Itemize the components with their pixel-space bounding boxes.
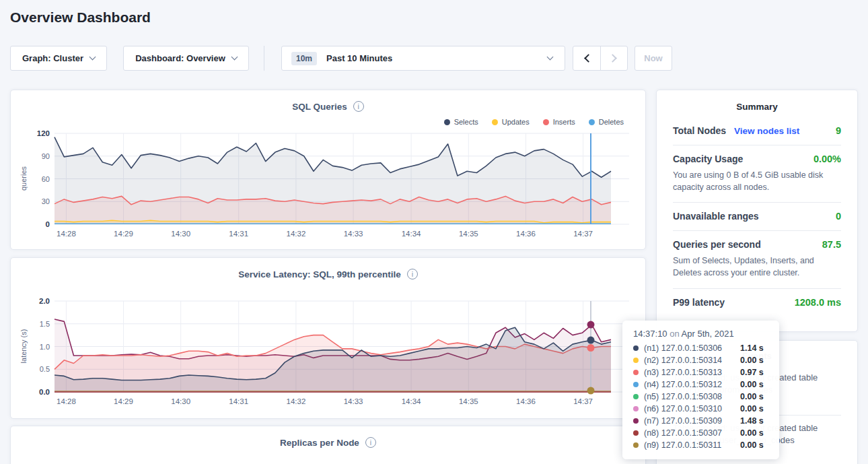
unavailable-ranges-section: Unavailable ranges 0	[673, 202, 841, 230]
replicas-per-node-title: Replicas per Node	[280, 438, 359, 448]
tooltip-timestamp: 14:37:10 on Apr 5th, 2021	[633, 329, 770, 339]
n3-series-dot-icon	[633, 370, 639, 375]
svg-text:60: 60	[42, 175, 50, 183]
tooltip-row-n2: (n2) 127.0.0.1:50314 0.00 s	[633, 354, 770, 366]
chevron-right-icon	[608, 54, 617, 63]
tooltip-node-value: 0.00 s	[740, 404, 770, 413]
legend-label: Inserts	[553, 118, 575, 126]
svg-text:14:28: 14:28	[57, 397, 76, 405]
tooltip-node-value: 1.14 s	[740, 343, 770, 353]
svg-text:14:36: 14:36	[516, 230, 536, 238]
tooltip-row-n7: (n7) 127.0.0.1:50309 1.48 s	[633, 415, 770, 427]
time-prev-button[interactable]	[573, 46, 600, 70]
service-latency-chart[interactable]: 0.00.51.01.52.014:2814:2914:3014:3114:32…	[24, 297, 633, 411]
queries-per-second-description: Sum of Selects, Updates, Inserts, and De…	[673, 255, 841, 279]
unavailable-ranges-value: 0	[836, 211, 841, 222]
tooltip-row-n4: (n4) 127.0.0.1:50312 0.00 s	[633, 378, 770, 391]
charts-column: SQL Queries i Selects Updates Inserts	[10, 90, 646, 464]
time-range-badge: 10m	[291, 52, 317, 65]
svg-text:14:31: 14:31	[229, 397, 248, 405]
svg-text:1.0: 1.0	[40, 343, 50, 351]
svg-text:14:32: 14:32	[287, 397, 306, 405]
n1-series-dot-icon	[633, 345, 639, 351]
svg-text:14:34: 14:34	[402, 230, 421, 238]
tooltip-node-value: 0.00 s	[740, 392, 770, 401]
sql-queries-legend: Selects Updates Inserts Deletes	[24, 114, 632, 129]
svg-text:14:29: 14:29	[114, 397, 133, 405]
n2-series-dot-icon	[633, 358, 639, 363]
capacity-usage-value: 0.00%	[813, 154, 841, 164]
tooltip-row-n3: (n3) 127.0.0.1:50313 0.97 s	[633, 366, 770, 378]
tooltip-row-n1: (n1) 127.0.0.1:50306 1.14 s	[633, 342, 770, 354]
legend-item-deletes: Deletes	[589, 118, 624, 126]
time-range-dropdown[interactable]: 10m Past 10 Minutes	[281, 46, 565, 71]
now-button-disabled[interactable]: Now	[635, 46, 672, 71]
time-range-label: Past 10 Minutes	[326, 53, 392, 63]
updates-dot-icon	[492, 119, 498, 125]
tooltip-row-n8: (n8) 127.0.0.1:50307 0.00 s	[633, 427, 770, 439]
chart-hover-tooltip: 14:37:10 on Apr 5th, 2021 (n1) 127.0.0.1…	[622, 321, 779, 459]
replicas-per-node-header: Replicas per Node i	[24, 434, 632, 451]
total-nodes-value: 9	[836, 125, 841, 136]
queries-per-second-label: Queries per second	[673, 239, 761, 250]
svg-text:14:30: 14:30	[171, 230, 190, 238]
tooltip-node-label: (n4) 127.0.0.1:50312	[644, 380, 722, 389]
sql-queries-chart[interactable]: 030609012014:2814:2914:3014:3114:3214:33…	[24, 129, 633, 244]
svg-text:14:35: 14:35	[459, 397, 478, 405]
svg-text:14:34: 14:34	[402, 397, 421, 405]
summary-title: Summary	[673, 90, 841, 117]
sql-queries-header: SQL Queries i	[24, 98, 632, 114]
svg-text:30: 30	[42, 197, 50, 205]
tooltip-node-label: (n1) 127.0.0.1:50306	[644, 343, 722, 353]
tooltip-node-label: (n5) 127.0.0.1:50308	[644, 392, 722, 401]
unavailable-ranges-label: Unavailable ranges	[673, 211, 759, 222]
dashboard-select-dropdown[interactable]: Dashboard: Overview	[123, 46, 249, 71]
selects-dot-icon	[444, 119, 450, 125]
time-next-button-disabled[interactable]	[600, 46, 627, 70]
svg-text:14:36: 14:36	[516, 397, 536, 405]
now-button-label: Now	[644, 53, 662, 63]
chevron-down-icon	[231, 54, 238, 61]
chevron-down-icon	[89, 54, 96, 61]
info-icon[interactable]: i	[353, 101, 364, 112]
svg-text:2.0: 2.0	[39, 297, 50, 305]
tooltip-node-value: 0.00 s	[740, 440, 770, 450]
tooltip-node-label: (n9) 127.0.0.1:50311	[644, 440, 721, 450]
graph-scope-label: Graph: Cluster	[22, 53, 83, 63]
n5-series-dot-icon	[633, 394, 639, 399]
p99-latency-section: P99 latency 1208.0 ms	[673, 288, 841, 317]
tooltip-node-value: 0.00 s	[740, 356, 770, 365]
capacity-usage-section: Capacity Usage 0.00% You are using 0 B o…	[673, 145, 841, 202]
service-latency-title: Service Latency: SQL, 99th percentile	[238, 269, 401, 279]
total-nodes-section: Total Nodes View nodes list 9	[673, 117, 841, 145]
svg-text:14:37: 14:37	[573, 230, 593, 238]
legend-item-updates: Updates	[492, 118, 530, 126]
legend-label: Updates	[502, 118, 530, 126]
tooltip-node-label: (n6) 127.0.0.1:50310	[644, 404, 722, 413]
n6-series-dot-icon	[633, 406, 639, 411]
tooltip-date: Apr 5th, 2021	[682, 329, 734, 339]
tooltip-node-value: 1.48 s	[740, 416, 770, 426]
tooltip-node-value: 0.00 s	[740, 428, 770, 438]
n4-series-dot-icon	[633, 382, 639, 387]
queries-per-second-value: 87.5	[822, 239, 841, 250]
service-latency-panel: Service Latency: SQL, 99th percentile i …	[10, 257, 646, 419]
legend-item-selects: Selects	[444, 118, 478, 126]
inserts-dot-icon	[543, 119, 549, 125]
info-icon[interactable]: i	[365, 437, 376, 448]
p99-latency-label: P99 latency	[673, 297, 725, 308]
tooltip-time: 14:37:10	[633, 329, 667, 339]
legend-label: Selects	[454, 118, 478, 126]
dashboard-controls: Graph: Cluster Dashboard: Overview 10m P…	[10, 46, 672, 71]
info-icon[interactable]: i	[407, 269, 418, 279]
svg-text:90: 90	[42, 152, 50, 160]
sql-queries-y-axis-label: queries	[20, 148, 28, 209]
tooltip-node-value: 0.97 s	[740, 368, 770, 377]
graph-scope-dropdown[interactable]: Graph: Cluster	[10, 46, 107, 71]
svg-text:0.5: 0.5	[40, 365, 50, 373]
svg-text:14:35: 14:35	[459, 230, 478, 238]
view-nodes-list-link[interactable]: View nodes list	[734, 126, 799, 136]
overview-dashboard-page: Overview Dashboard Graph: Cluster Dashbo…	[0, 0, 868, 464]
tooltip-node-label: (n7) 127.0.0.1:50309	[644, 416, 722, 426]
p99-latency-value: 1208.0 ms	[795, 297, 841, 308]
